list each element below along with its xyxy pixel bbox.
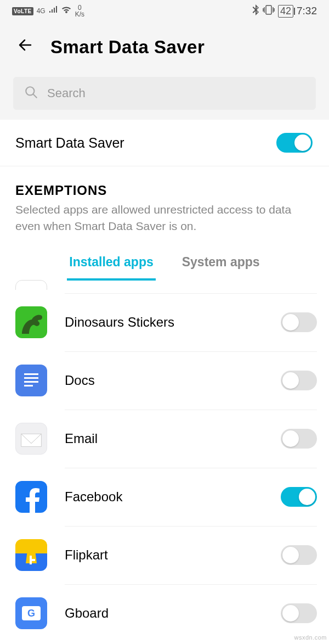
list-item[interactable]: Email	[65, 410, 317, 468]
tabs: Installed apps System apps	[0, 245, 329, 281]
app-toggle[interactable]	[281, 545, 317, 565]
main-content: Smart Data Saver EXEMPTIONS Selected app…	[0, 120, 329, 644]
app-name: Facebook	[65, 489, 122, 505]
net-speed: 0 K/s	[75, 4, 84, 18]
exemptions-section: EXEMPTIONS Selected apps are allowed unr…	[0, 166, 329, 245]
list-item[interactable]: Facebook	[65, 468, 317, 527]
app-name: Gboard	[65, 606, 109, 621]
list-item[interactable]: Flipkart	[65, 527, 317, 585]
app-icon-dmrc: DMRC	[15, 280, 47, 290]
wifi-icon	[61, 5, 72, 17]
app-name: Docs	[65, 373, 95, 388]
svg-rect-4	[24, 377, 38, 379]
vibrate-icon	[263, 5, 275, 18]
svg-rect-0	[266, 5, 271, 14]
app-icon-email	[15, 423, 47, 455]
app-list[interactable]: DMRC Dinosaurs Stickers Docs	[65, 281, 317, 644]
exemptions-description: Selected apps are allowed unrestricted a…	[15, 201, 314, 235]
search-icon	[24, 85, 38, 102]
smart-data-saver-toggle[interactable]	[276, 133, 313, 153]
bluetooth-icon	[252, 4, 259, 18]
battery-icon: 42	[278, 5, 293, 18]
app-name: Email	[65, 431, 98, 446]
app-icon-dinosaurs	[15, 306, 47, 338]
list-item[interactable]: G Gboard	[65, 585, 317, 642]
app-toggle[interactable]	[281, 371, 317, 390]
exemptions-header: EXEMPTIONS	[15, 183, 314, 198]
page-title: Smart Data Saver	[50, 37, 205, 58]
status-left: VoLTE 4G 0 K/s	[12, 4, 84, 18]
svg-rect-3	[24, 373, 38, 375]
tab-system-apps[interactable]: System apps	[180, 255, 262, 281]
watermark: wsxdn.com	[294, 634, 327, 641]
svg-rect-6	[24, 385, 33, 387]
svg-rect-5	[24, 381, 38, 383]
search-container	[0, 77, 329, 120]
signal-sub: 4G	[37, 7, 46, 15]
signal-icon	[49, 5, 58, 16]
app-name: Dinosaurs Stickers	[65, 315, 174, 330]
app-toggle[interactable]	[281, 487, 317, 507]
smart-data-saver-label: Smart Data Saver	[15, 135, 124, 151]
svg-text:G: G	[27, 608, 35, 619]
svg-line-2	[33, 94, 37, 98]
app-icon-flipkart	[15, 539, 47, 571]
list-item-partial[interactable]: DMRC	[65, 281, 317, 294]
back-icon[interactable]	[16, 36, 34, 58]
app-name: Flipkart	[65, 547, 108, 563]
search-field[interactable]	[13, 77, 316, 110]
app-toggle[interactable]	[281, 312, 317, 332]
app-toggle[interactable]	[281, 603, 317, 623]
clock-time: 7:32	[297, 5, 317, 17]
tab-installed-apps[interactable]: Installed apps	[67, 255, 155, 281]
list-item[interactable]: Dinosaurs Stickers	[65, 294, 317, 352]
search-input[interactable]	[47, 86, 305, 100]
status-bar: VoLTE 4G 0 K/s 42 7:32	[0, 0, 329, 22]
page-header: Smart Data Saver	[0, 22, 329, 77]
app-icon-docs	[15, 365, 47, 396]
volte-icon: VoLTE	[12, 7, 33, 15]
list-item[interactable]: Docs	[65, 352, 317, 410]
app-icon-facebook	[15, 481, 47, 513]
status-right: 42 7:32	[252, 4, 317, 18]
app-toggle[interactable]	[281, 429, 317, 449]
app-icon-gboard: G	[15, 597, 47, 629]
smart-data-saver-row[interactable]: Smart Data Saver	[0, 120, 329, 166]
